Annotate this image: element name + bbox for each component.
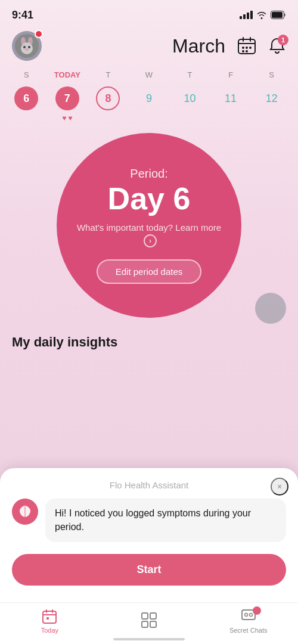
nav-secret-chats-badge-container	[241, 609, 256, 624]
nav-secret-chats-label: Secret Chats	[229, 627, 268, 634]
week-calendar: S TODAY T W T F S 6 7 8 9 10 11 12	[0, 68, 298, 127]
date-cell-7[interactable]: 7	[47, 84, 88, 113]
week-days-header: S TODAY T W T F S	[6, 70, 292, 79]
chat-message-row: Hi! I noticed you logged symptoms during…	[12, 499, 286, 542]
svg-rect-20	[43, 611, 56, 623]
main-circle: Period: Day 6 What's important today? Le…	[57, 133, 241, 318]
chat-message-bubble: Hi! I noticed you logged symptoms during…	[45, 499, 286, 542]
period-label: Period:	[130, 167, 167, 181]
wifi-icon	[256, 11, 267, 19]
svg-rect-28	[150, 621, 156, 627]
date-cell-8[interactable]: 8	[88, 84, 129, 113]
avatar-notification-badge	[35, 30, 43, 38]
date-cell-9[interactable]: 9	[129, 84, 170, 113]
week-dates: 6 7 8 9 10 11 12	[6, 84, 292, 113]
svg-point-19	[246, 50, 248, 52]
svg-point-15	[242, 47, 244, 49]
svg-point-16	[246, 47, 248, 49]
svg-point-10	[25, 48, 29, 51]
day-label-fri: F	[210, 70, 252, 79]
calendar-icon	[237, 36, 256, 55]
day-label-sat: S	[251, 70, 292, 79]
heart-filled-icon: ♥	[62, 114, 66, 122]
chat-assistant-avatar	[12, 499, 38, 525]
flo-leaf-icon	[17, 504, 33, 519]
hearts-row: ♥ ♥	[6, 113, 292, 122]
day-label-wed: W	[129, 70, 170, 79]
floating-circle-button[interactable]	[255, 293, 286, 324]
daily-insights-heading: My daily insights	[0, 330, 298, 356]
signal-icon	[240, 11, 253, 19]
day-label-tue: T	[88, 70, 129, 79]
nav-today-label: Today	[41, 627, 58, 634]
chat-start-button[interactable]: Start	[12, 554, 286, 586]
svg-rect-27	[142, 621, 148, 627]
avatar-container[interactable]	[12, 31, 42, 61]
battery-icon	[271, 11, 286, 19]
nav-item-home[interactable]	[100, 611, 199, 631]
svg-point-9	[28, 46, 30, 48]
header: March 1	[0, 26, 298, 68]
header-right: March 1	[172, 34, 286, 58]
svg-rect-1	[272, 12, 283, 18]
learn-more-text: What's important today? Learn more ›	[74, 221, 224, 247]
svg-rect-25	[142, 613, 148, 619]
heart-outline-icon: ♥	[68, 114, 72, 122]
svg-point-30	[244, 613, 247, 616]
nav-today-icon	[42, 609, 57, 624]
svg-point-18	[242, 50, 244, 52]
chat-modal: × Flo Health Assistant Hi! I noticed you…	[0, 468, 298, 602]
nav-apps-icon	[140, 611, 158, 629]
learn-more-arrow-icon[interactable]: ›	[144, 234, 157, 247]
notification-badge: 1	[278, 35, 288, 45]
chat-close-button[interactable]: ×	[271, 478, 288, 496]
svg-rect-24	[46, 617, 49, 620]
nav-item-today[interactable]: Today	[0, 609, 100, 634]
home-indicator	[113, 638, 185, 640]
main-circle-container: Period: Day 6 What's important today? Le…	[0, 127, 298, 330]
edit-period-button[interactable]: Edit period dates	[97, 259, 202, 284]
month-title: March	[172, 35, 225, 57]
status-time: 9:41	[12, 9, 33, 21]
chat-assistant-name: Flo Health Assistant	[12, 480, 286, 490]
svg-point-8	[23, 46, 26, 48]
date-cell-11[interactable]: 11	[210, 84, 252, 113]
date-cell-12[interactable]: 12	[251, 84, 292, 113]
status-icons	[240, 11, 286, 19]
svg-rect-26	[150, 613, 156, 619]
nav-item-secret-chats[interactable]: Secret Chats	[198, 609, 298, 634]
secret-chats-badge	[253, 606, 261, 615]
calendar-button[interactable]	[235, 34, 259, 58]
day-number: Day 6	[108, 183, 191, 214]
date-cell-6[interactable]: 6	[6, 84, 47, 113]
svg-point-17	[249, 47, 252, 49]
day-label-sun: S	[6, 70, 47, 79]
bunny-avatar-icon	[15, 34, 39, 58]
status-bar: 9:41	[0, 0, 298, 26]
day-label-thu: T	[169, 70, 210, 79]
notification-button[interactable]: 1	[268, 37, 286, 55]
svg-point-31	[249, 613, 252, 616]
date-cell-10[interactable]: 10	[169, 84, 210, 113]
day-label-today: TODAY	[47, 70, 88, 79]
